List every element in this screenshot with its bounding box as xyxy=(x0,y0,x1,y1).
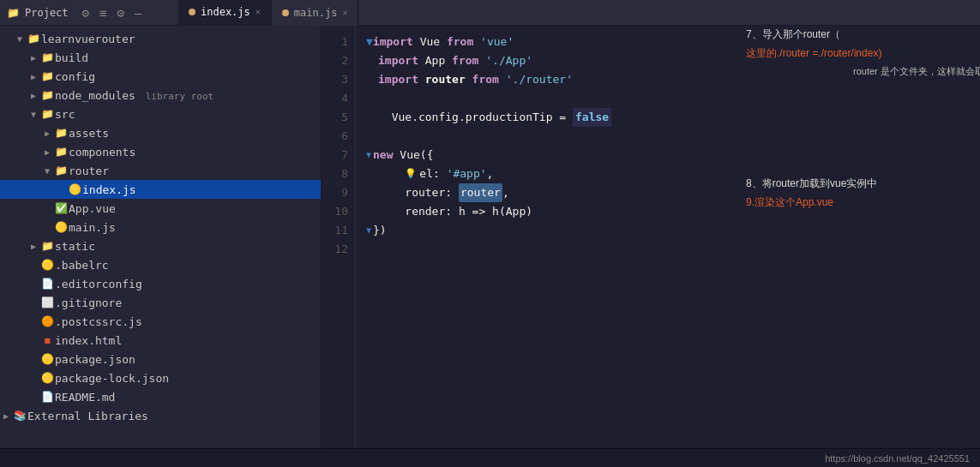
code-line-6 xyxy=(356,127,980,146)
gear-icon[interactable]: ⚙ xyxy=(117,6,123,20)
sidebar-item-main-js[interactable]: 🟡 main.js xyxy=(0,218,321,236)
code-line-9: router : router , xyxy=(356,183,980,202)
sp-9b xyxy=(452,183,459,202)
sidebar-item-build[interactable]: 📁 build xyxy=(0,48,321,67)
sp-5a xyxy=(378,108,392,127)
sidebar-item-editorconfig[interactable]: 📄 .editorconfig xyxy=(0,274,321,293)
label-external-libraries: External Libraries xyxy=(27,410,321,422)
sp-9a xyxy=(378,183,405,202)
line-num-5: 5 xyxy=(322,108,355,127)
sidebar-item-index-html[interactable]: ◼ index.html xyxy=(0,331,321,350)
tab-icon-index-js xyxy=(189,9,195,15)
sidebar-item-learnvuerouter[interactable]: 📁 learnvuerouter xyxy=(0,29,321,48)
kw-import-2: import xyxy=(378,51,418,70)
sp-2b xyxy=(445,51,452,70)
sidebar-item-postcssrc[interactable]: 🟠 .postcssrc.js xyxy=(0,312,321,331)
str-app-2: './App' xyxy=(485,51,532,70)
str-router-3: './router' xyxy=(506,70,573,89)
sidebar: 📁 learnvuerouter 📁 build 📁 config 📁 node… xyxy=(0,26,322,448)
folder-icon-build: 📁 xyxy=(39,51,55,63)
kw-import-1: import xyxy=(373,33,413,51)
sidebar-item-src[interactable]: 📁 src xyxy=(0,105,321,123)
sidebar-item-static[interactable]: 📁 static xyxy=(0,236,321,255)
code-line-7: ▼ new Vue ({ xyxy=(356,146,980,165)
label-static: static xyxy=(55,240,321,253)
sidebar-item-babelrc[interactable]: 🟡 .babelrc xyxy=(0,255,321,274)
sidebar-item-app-vue[interactable]: ✅ App.vue xyxy=(0,199,321,218)
var-app-10: App xyxy=(506,202,526,221)
var-router-3: router xyxy=(425,70,466,89)
label-components: components xyxy=(69,146,321,159)
tab-main-js[interactable]: main.js ✕ xyxy=(272,0,359,26)
md-icon: 📄 xyxy=(39,391,55,403)
settings-icon[interactable]: ⚙ xyxy=(82,6,89,20)
label-router: router xyxy=(69,165,321,177)
library-icon: 📚 xyxy=(12,410,27,422)
sidebar-item-readme[interactable]: 📄 README.md xyxy=(0,387,321,406)
label-build: build xyxy=(55,51,321,64)
sp-2a xyxy=(418,51,425,70)
folder-icon-router: 📁 xyxy=(53,165,69,177)
fold-marker-7: ▼ xyxy=(366,146,371,165)
babel-icon: 🟡 xyxy=(39,259,55,271)
label-main-js: main.js xyxy=(69,221,321,234)
sidebar-item-package-lock-json[interactable]: 🟡 package-lock.json xyxy=(0,368,321,387)
sp-10d xyxy=(485,202,492,221)
comma-8: , xyxy=(487,165,494,183)
sp-10c xyxy=(466,202,472,221)
js-icon-main: 🟡 xyxy=(53,221,69,233)
sidebar-item-gitignore[interactable]: ⬜ .gitignore xyxy=(0,293,321,312)
sidebar-item-components[interactable]: 📁 components xyxy=(0,142,321,161)
code-line-1: ▼ import Vue from 'vue' xyxy=(356,33,980,51)
line-num-4: 4 xyxy=(322,89,355,108)
line-num-10: 10 xyxy=(322,202,355,221)
code-area[interactable]: ▼ import Vue from 'vue' import App xyxy=(356,26,980,448)
label-postcssrc: .postcssrc.js xyxy=(55,315,321,328)
label-readme: README.md xyxy=(55,391,321,404)
label-config: config xyxy=(55,70,321,83)
val-router-9: router xyxy=(459,183,502,202)
line-numbers: 1 2 3 4 5 6 7 8 9 10 11 12 xyxy=(322,26,356,448)
tab-close-index-js[interactable]: ✕ xyxy=(256,7,261,16)
var-app-2: App xyxy=(425,51,445,70)
kw-from-1: from xyxy=(447,33,473,51)
label-package-lock-json: package-lock.json xyxy=(55,372,321,385)
str-vue-1: 'vue' xyxy=(480,33,514,51)
arrow-external-libraries xyxy=(0,411,12,421)
sidebar-item-assets[interactable]: 📁 assets xyxy=(0,123,321,142)
tabs-area: index.js ✕ main.js ✕ xyxy=(178,0,973,26)
main-layout: 📁 learnvuerouter 📁 build 📁 config 📁 node… xyxy=(0,26,980,448)
sidebar-item-router-index-js[interactable]: 🟡 index.js xyxy=(0,180,321,199)
minimize-icon[interactable]: — xyxy=(135,6,141,20)
code-line-3: import router from './router' xyxy=(356,70,980,89)
sidebar-item-config[interactable]: 📁 config xyxy=(0,67,321,86)
paren-7: ({ xyxy=(420,146,434,165)
folder-icon-learnvuerouter: 📁 xyxy=(26,33,41,45)
prop-router-9: router xyxy=(405,183,445,202)
sidebar-item-package-json[interactable]: 🟡 package.json xyxy=(0,350,321,368)
layout-icon[interactable]: ≡ xyxy=(99,6,106,20)
folder-icon-src: 📁 xyxy=(39,108,55,120)
folder-icon-static: 📁 xyxy=(39,240,55,252)
arrow-10: => xyxy=(472,202,486,221)
colon-8: : xyxy=(433,165,440,183)
arrow-node-modules xyxy=(27,91,39,100)
kw-from-2: from xyxy=(452,51,478,70)
sidebar-item-external-libraries[interactable]: 📚 External Libraries xyxy=(0,406,321,425)
code-line-12 xyxy=(356,240,980,259)
tab-index-js[interactable]: index.js ✕ xyxy=(178,0,272,26)
fold-marker-1: ▼ xyxy=(366,33,373,51)
label-package-json: package.json xyxy=(55,353,321,366)
line-num-11: 11 xyxy=(322,221,355,240)
label-src: src xyxy=(55,108,321,121)
tab-close-main-js[interactable]: ✕ xyxy=(342,8,347,17)
arrow-assets xyxy=(41,129,53,138)
var-vue-1: Vue xyxy=(420,33,440,51)
paren-close-10: ) xyxy=(526,202,532,221)
sidebar-item-node-modules[interactable]: 📁 node_modules library root xyxy=(0,86,321,105)
comma-9: , xyxy=(502,183,509,202)
arrow-static xyxy=(27,242,39,251)
sp-2c xyxy=(478,51,485,70)
folder-icon-node-modules: 📁 xyxy=(39,89,55,101)
sidebar-item-router[interactable]: 📁 router xyxy=(0,161,321,180)
